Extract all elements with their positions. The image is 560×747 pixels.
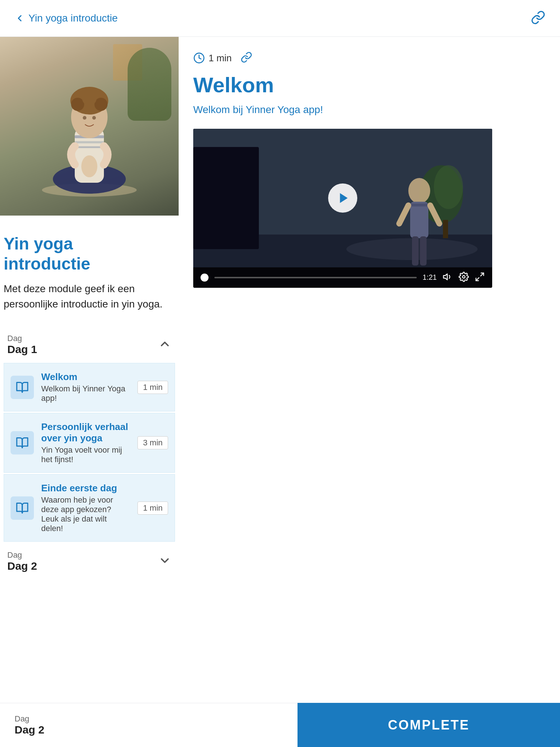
lesson-text: Einde eerste dag Waarom heb je voor deze… [41,483,130,533]
bottom-day-label-big: Dag 2 [15,724,283,736]
meta-time-value: 1 min [209,53,232,64]
volume-icon [443,272,453,282]
left-column: Yin yoga introductie Met deze module gee… [0,37,179,609]
svg-point-12 [83,116,86,120]
day1-label-big: Dag 1 [7,343,37,356]
right-column: 1 min Welkom Welkom bij Yinner Yoga app! [179,37,560,302]
lesson-icon-box [11,431,34,454]
book-open-icon [16,436,29,449]
svg-rect-23 [410,202,428,238]
days-section: Dag Dag 1 [0,326,179,609]
lesson-subtitle: Waarom heb je voor deze app gekozen? Leu… [41,495,130,533]
complete-button[interactable]: COMPLETE [298,703,560,747]
video-time: 1:21 [423,273,437,282]
app-header: Yin yoga introductie [0,0,560,37]
book-open-icon [16,381,29,394]
content-description: Welkom bij Yinner Yoga app! [193,104,542,116]
day1-labels: Dag Dag 1 [7,334,37,356]
day1-label-small: Dag [7,334,37,343]
svg-rect-4 [75,141,104,143]
video-player[interactable]: 1:21 [193,129,492,288]
day2-label-small: Dag [7,550,37,560]
play-button[interactable] [328,183,357,213]
lesson-text: Persoonlijk verhaal over yin yoga Yin Yo… [41,421,130,464]
play-icon [337,191,350,205]
lesson-title: Persoonlijk verhaal over yin yoga [41,421,130,444]
svg-rect-24 [410,204,428,206]
svg-marker-31 [443,274,447,280]
lesson-duration: 3 min [137,436,168,449]
module-description: Met deze module geef ik een persoonlijke… [4,281,164,312]
video-progress-dot[interactable] [201,274,209,282]
lesson-item[interactable]: Einde eerste dag Waarom heb je voor deze… [4,474,175,542]
fullscreen-icon [475,272,485,282]
lesson-item[interactable]: Welkom Welkom bij Yinner Yoga app! 1 min [4,363,175,411]
meta-link-button[interactable] [241,51,252,65]
main-content: Yin yoga introductie Met deze module gee… [0,37,560,609]
lesson-icon-box [11,376,34,399]
day2-labels: Dag Dag 2 [7,550,37,572]
svg-point-22 [408,178,430,204]
header-link-icon[interactable] [531,10,545,26]
day1-lesson-list: Welkom Welkom bij Yinner Yoga app! 1 min [4,363,175,543]
svg-rect-5 [75,146,104,148]
lesson-text: Welkom Welkom bij Yinner Yoga app! [41,371,130,403]
back-label: Yin yoga introductie [28,12,118,24]
lesson-icon-box [11,496,34,520]
content-title: Welkom [193,73,542,97]
hero-image [0,37,179,216]
svg-point-19 [434,165,463,209]
svg-marker-30 [340,193,348,203]
svg-rect-27 [412,236,419,266]
lesson-subtitle: Yin Yoga voelt voor mij het fijnst! [41,445,130,464]
module-title: Yin yoga introductie [4,234,164,274]
day2-chevron-icon [158,554,171,569]
video-progress-bar[interactable] [214,277,417,278]
settings-icon [459,272,469,282]
lesson-item[interactable]: Persoonlijk verhaal over yin yoga Yin Yo… [4,413,175,473]
day1-chevron-icon [158,337,171,352]
bottom-day-label-small: Dag [15,714,283,724]
lesson-title: Einde eerste dag [41,483,130,494]
svg-point-13 [92,116,96,120]
clock-icon [193,52,205,64]
bottom-day-section: Dag Dag 2 [0,703,298,747]
volume-button[interactable] [443,272,453,283]
svg-rect-28 [420,236,427,266]
day2-label-big: Dag 2 [7,560,37,572]
bottom-bar: Dag Dag 2 COMPLETE [0,703,560,747]
lesson-duration: 1 min [137,502,168,515]
link-icon [531,10,545,25]
settings-button[interactable] [459,272,469,283]
person-meditation-svg [38,55,140,201]
svg-point-32 [463,275,465,278]
svg-line-33 [481,273,483,276]
svg-rect-20 [443,220,448,238]
lesson-subtitle: Welkom bij Yinner Yoga app! [41,384,130,403]
book-open-icon [16,502,29,515]
fullscreen-button[interactable] [475,272,485,283]
day2-header[interactable]: Dag Dag 2 [4,543,175,609]
complete-button-label: COMPLETE [388,717,470,733]
lesson-duration: 1 min [137,381,168,394]
meta-row: 1 min [193,51,542,65]
day1-header[interactable]: Dag Dag 1 [4,326,175,363]
chevron-left-icon [15,13,25,23]
svg-point-6 [81,155,97,177]
lesson-title: Welkom [41,371,130,383]
svg-line-34 [476,278,479,280]
module-info: Yin yoga introductie Met deze module gee… [0,216,179,326]
link-icon [241,51,252,63]
back-button[interactable]: Yin yoga introductie [15,12,118,24]
svg-rect-29 [193,147,259,249]
meta-time: 1 min [193,52,232,64]
svg-point-11 [82,91,97,105]
video-thumbnail [193,129,492,267]
video-controls: 1:21 [193,267,492,288]
